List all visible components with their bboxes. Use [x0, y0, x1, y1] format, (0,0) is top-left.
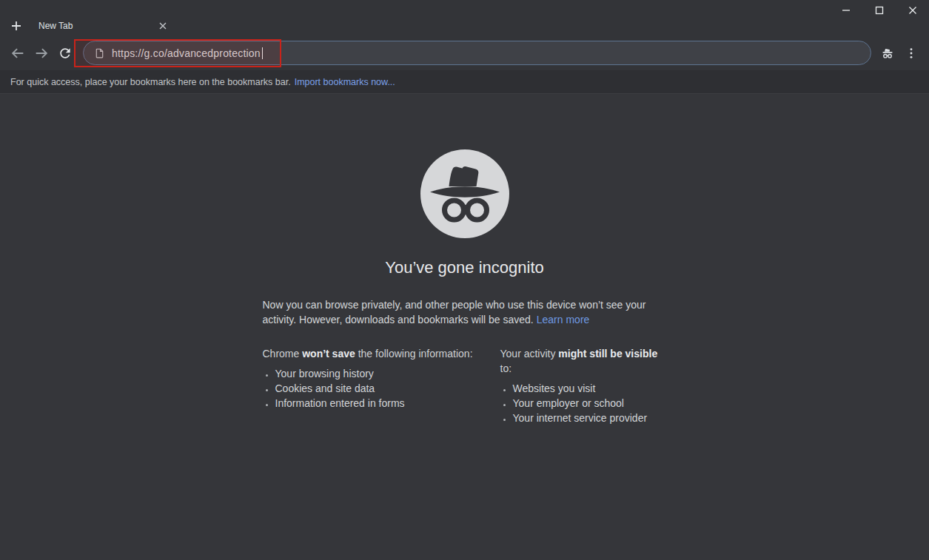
back-button[interactable] — [6, 41, 30, 65]
import-bookmarks-link[interactable]: Import bookmarks now... — [295, 77, 395, 87]
toolbar: https://g.co/advancedprotection — [0, 36, 929, 70]
incognito-glyph — [879, 45, 896, 61]
reload-icon — [58, 46, 73, 61]
tab-title: New Tab — [30, 21, 157, 31]
list-item: Information entered in forms — [275, 396, 500, 411]
heading-bold: might still be visible — [558, 348, 657, 360]
three-dot-menu-icon — [904, 46, 919, 61]
maximize-icon — [875, 6, 884, 15]
menu-button[interactable] — [899, 41, 923, 65]
learn-more-link[interactable]: Learn more — [537, 314, 590, 325]
url-text[interactable]: https://g.co/advancedprotection — [112, 47, 261, 59]
forward-button[interactable] — [30, 41, 53, 65]
heading-text: to: — [500, 362, 512, 374]
visible-to-heading: Your activity might still be visible to: — [500, 346, 667, 376]
list-item: Cookies and site data — [275, 381, 500, 396]
page-icon — [94, 47, 105, 59]
wont-save-list: Your browsing history Cookies and site d… — [263, 366, 500, 411]
list-item: Websites you visit — [513, 381, 667, 396]
visible-to-list: Websites you visit Your employer or scho… — [500, 381, 667, 425]
close-x-glyph — [159, 22, 167, 30]
list-item: Your employer or school — [513, 396, 667, 411]
window-controls — [829, 0, 929, 21]
close-button[interactable] — [896, 0, 929, 21]
reload-button[interactable] — [53, 41, 77, 65]
page-description: Now you can browse privately, and other … — [263, 297, 667, 327]
tab-new-tab[interactable]: New Tab — [30, 16, 175, 36]
page-title: You’ve gone incognito — [263, 257, 667, 278]
wont-save-column: Chrome won’t save the following informat… — [263, 346, 500, 425]
wont-save-heading: Chrome won’t save the following informat… — [263, 346, 500, 361]
list-item: Your internet service provider — [513, 411, 667, 425]
address-bar[interactable]: https://g.co/advancedprotection — [83, 41, 871, 65]
bookmarks-bar: For quick access, place your bookmarks h… — [0, 70, 929, 94]
browser-window: New Tab — [0, 0, 929, 560]
list-item: Your browsing history — [275, 366, 500, 381]
bookmarks-message: For quick access, place your bookmarks h… — [10, 77, 291, 87]
text-caret — [262, 47, 264, 59]
titlebar: New Tab — [0, 0, 929, 36]
incognito-badge-icon — [876, 41, 899, 65]
heading-text: Chrome — [263, 348, 303, 360]
back-arrow-icon — [10, 45, 26, 61]
info-columns: Chrome won’t save the following informat… — [263, 346, 667, 425]
heading-text: Your activity — [500, 348, 559, 360]
incognito-icon — [420, 149, 509, 238]
forward-arrow-icon — [33, 45, 50, 61]
heading-text: the following information: — [355, 348, 473, 360]
visible-to-column: Your activity might still be visible to:… — [500, 346, 667, 425]
tab-close-icon[interactable] — [157, 20, 169, 32]
incognito-page: You’ve gone incognito Now you can browse… — [0, 94, 929, 560]
close-icon — [908, 6, 917, 15]
maximize-button[interactable] — [862, 0, 896, 21]
heading-bold: won’t save — [302, 348, 355, 360]
minimize-button[interactable] — [829, 0, 862, 21]
minimize-icon — [842, 6, 851, 15]
plus-icon — [10, 20, 22, 32]
new-tab-icon[interactable] — [10, 19, 23, 33]
